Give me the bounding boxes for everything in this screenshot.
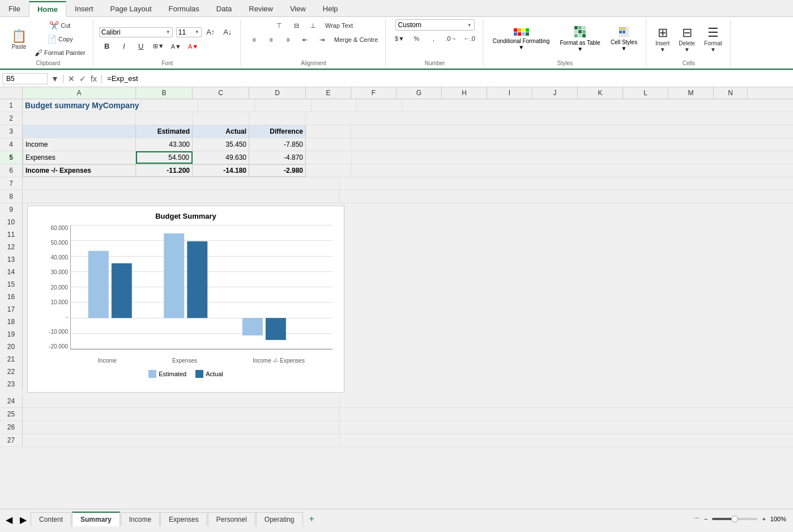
tab-formulas[interactable]: Formulas	[160, 1, 208, 16]
align-left-button[interactable]: ≡	[246, 33, 262, 46]
cell-b2[interactable]	[136, 112, 193, 125]
sheet-tab-operating[interactable]: Operating	[256, 512, 303, 526]
col-header-d[interactable]: D	[249, 87, 306, 99]
cell-c3[interactable]: Actual	[193, 125, 249, 138]
cell-d1[interactable]	[255, 99, 312, 112]
align-center-button[interactable]: ≡	[263, 33, 279, 46]
accounting-button[interactable]: $▼	[391, 32, 407, 45]
sheet-nav-right[interactable]: ▶	[16, 513, 30, 526]
formula-input[interactable]	[105, 73, 791, 84]
font-size-selector[interactable]: 11 ▼	[176, 27, 202, 37]
tab-data[interactable]: Data	[208, 1, 240, 16]
col-header-j[interactable]: J	[532, 87, 578, 99]
indent-decrease-button[interactable]: ⇤	[297, 33, 313, 46]
zoom-out-button[interactable]: −	[704, 516, 707, 522]
border-button[interactable]: ⊞▼	[150, 40, 167, 53]
sheet-tab-expenses[interactable]: Expenses	[160, 512, 207, 526]
col-header-e[interactable]: E	[306, 87, 351, 99]
insert-function-icon[interactable]: fx	[89, 73, 98, 84]
zoom-thumb[interactable]	[731, 516, 738, 522]
align-middle-button[interactable]: ⊟	[288, 19, 304, 32]
cell-a3[interactable]	[23, 125, 136, 138]
percent-button[interactable]: %	[408, 32, 424, 45]
font-grow-button[interactable]: A↑	[203, 26, 219, 39]
cell-d5[interactable]: -4.870	[249, 151, 306, 164]
cell-e6[interactable]	[306, 164, 351, 177]
format-as-table-button[interactable]: Format as Table ▼	[556, 22, 604, 56]
col-header-k[interactable]: K	[578, 87, 623, 99]
col-header-n[interactable]: N	[714, 87, 748, 99]
font-color-button[interactable]: A▼	[185, 40, 201, 53]
tab-insert[interactable]: Insert	[66, 1, 102, 16]
underline-button[interactable]: U	[133, 40, 149, 53]
cell-a6[interactable]: Income -/- Expenses	[23, 164, 136, 177]
cell-b3[interactable]: Estimated	[136, 125, 193, 138]
sheet-tab-content[interactable]: Content	[31, 512, 71, 526]
copy-button[interactable]: 📄 Copy	[32, 33, 88, 45]
insert-button[interactable]: ⊞ Insert ▼	[652, 23, 673, 55]
cell-c4[interactable]: 35.450	[193, 138, 249, 151]
cell-b5-selected[interactable]: 54.500	[136, 151, 193, 164]
cell-a5[interactable]: Expenses	[23, 151, 136, 164]
conditional-formatting-button[interactable]: Conditional Formatting ▼	[489, 22, 554, 56]
cell-c5[interactable]: 49.630	[193, 151, 249, 164]
col-header-f[interactable]: F	[351, 87, 396, 99]
zoom-slider[interactable]	[712, 518, 757, 520]
cell-e1[interactable]	[312, 99, 357, 112]
font-name-selector[interactable]: Calibri ▼	[99, 27, 173, 37]
font-shrink-button[interactable]: A↓	[220, 26, 236, 39]
zoom-in-button[interactable]: +	[762, 516, 765, 522]
bold-button[interactable]: B	[99, 40, 115, 53]
cancel-formula-icon[interactable]: ✕	[67, 73, 76, 84]
align-right-button[interactable]: ≡	[280, 33, 296, 46]
col-header-g[interactable]: G	[396, 87, 442, 99]
sheet-tab-personnel[interactable]: Personnel	[208, 512, 255, 526]
add-sheet-button[interactable]: +	[304, 512, 320, 526]
sheet-scroll-area[interactable]: 1 Budget summary MyCompany 2 3 Estimated…	[0, 99, 793, 509]
delete-button[interactable]: ⊟ Delete ▼	[675, 23, 698, 55]
align-bottom-button[interactable]: ⊥	[305, 19, 321, 32]
comma-button[interactable]: ,	[425, 32, 441, 45]
align-top-button[interactable]: ⊤	[271, 19, 287, 32]
col-header-m[interactable]: M	[668, 87, 714, 99]
col-header-h[interactable]: H	[442, 87, 487, 99]
col-header-a[interactable]: A	[23, 87, 136, 99]
cell-a1[interactable]: Budget summary MyCompany	[23, 99, 142, 112]
col-header-l[interactable]: L	[623, 87, 668, 99]
cell-e5[interactable]	[306, 151, 351, 164]
confirm-formula-icon[interactable]: ✓	[78, 73, 87, 84]
cell-e4[interactable]	[306, 138, 351, 151]
merge-button[interactable]: Merge & Centre	[331, 33, 381, 46]
number-format-dropdown[interactable]: Custom ▼	[395, 19, 475, 31]
paste-button[interactable]: 📋 Paste	[8, 24, 30, 54]
italic-button[interactable]: I	[116, 40, 132, 53]
format-painter-button[interactable]: 🖌 Format Painter	[32, 46, 88, 59]
tab-page-layout[interactable]: Page Layout	[102, 1, 160, 16]
cell-c2[interactable]	[193, 112, 249, 125]
cell-c6[interactable]: -14.180	[193, 164, 249, 177]
format-button[interactable]: ☰ Format ▼	[701, 23, 726, 55]
sheet-tab-summary[interactable]: Summary	[72, 512, 120, 526]
cell-d6[interactable]: -2.980	[249, 164, 306, 177]
fill-color-button[interactable]: A▼	[168, 40, 184, 53]
wrap-text-button[interactable]: Wrap Text	[322, 19, 356, 32]
tab-review[interactable]: Review	[240, 1, 282, 16]
col-header-c[interactable]: C	[193, 87, 249, 99]
col-header-i[interactable]: I	[487, 87, 532, 99]
cell-d3[interactable]: Difference	[249, 125, 306, 138]
cell-a2[interactable]	[23, 112, 136, 125]
tab-file[interactable]: File	[0, 1, 29, 16]
decimal-decrease-button[interactable]: ←.0	[461, 32, 478, 45]
col-header-b[interactable]: B	[136, 87, 193, 99]
expand-formula-icon[interactable]: ▼	[50, 73, 60, 84]
sheet-nav-left[interactable]: ◀	[2, 513, 16, 526]
cell-a25[interactable]	[23, 408, 340, 420]
tab-home[interactable]: Home	[29, 1, 66, 17]
tab-help[interactable]: Help	[314, 1, 347, 16]
cell-a24[interactable]	[23, 395, 340, 407]
cell-styles-button[interactable]: Cell Styles ▼	[607, 22, 641, 56]
tab-view[interactable]: View	[282, 1, 314, 16]
cell-b1[interactable]	[142, 99, 198, 112]
cell-a4[interactable]: Income	[23, 138, 136, 151]
cell-e3[interactable]	[306, 125, 351, 138]
